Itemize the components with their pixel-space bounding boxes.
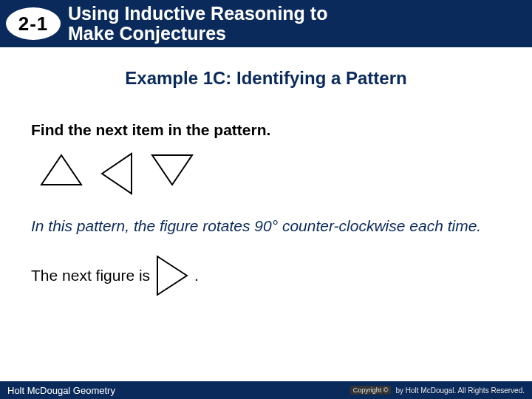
footer-copyright: Copyright © by Holt McDougal. All Rights… (350, 386, 525, 395)
answer-prefix: The next figure is (31, 267, 150, 284)
explanation-text: In this pattern, the figure rotates 90° … (31, 216, 501, 236)
svg-marker-2 (152, 155, 192, 185)
copyright-badge: Copyright © (350, 386, 392, 395)
footer-publisher: Holt McDougal Geometry (7, 385, 115, 396)
answer-suffix: . (194, 267, 199, 284)
pattern-figures (38, 152, 501, 195)
example-title: Example 1C: Identifying a Pattern (31, 68, 501, 89)
instruction-text: Find the next item in the pattern. (31, 121, 501, 139)
copyright-text: by Holt McDougal. All Rights Reserved. (395, 386, 525, 395)
triangle-icon-answer (154, 255, 190, 296)
chapter-title: Using Inductive Reasoning to Make Conjec… (68, 4, 327, 44)
triangle-icon-2 (99, 152, 134, 195)
chapter-title-line-2: Make Conjectures (68, 23, 226, 44)
slide-header: 2-1 Using Inductive Reasoning to Make Co… (0, 0, 532, 47)
chapter-title-line-1: Using Inductive Reasoning to (68, 3, 327, 24)
svg-marker-1 (102, 154, 132, 194)
slide-content: Example 1C: Identifying a Pattern Find t… (0, 47, 532, 296)
triangle-icon-3 (149, 152, 195, 188)
answer-row: The next figure is . (31, 255, 501, 296)
triangle-icon-1 (38, 152, 84, 188)
svg-marker-0 (41, 155, 81, 185)
section-badge: 2-1 (6, 7, 61, 40)
slide-footer: Holt McDougal Geometry Copyright © by Ho… (0, 381, 532, 399)
svg-marker-3 (157, 256, 187, 295)
